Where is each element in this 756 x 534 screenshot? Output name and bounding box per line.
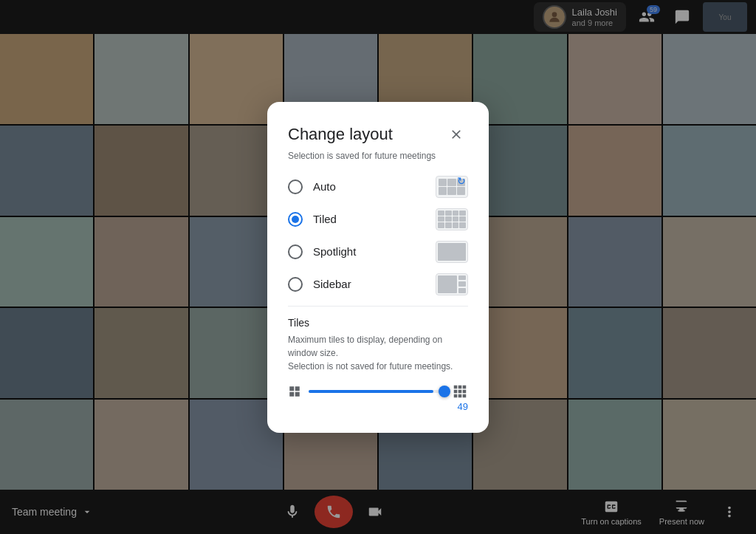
sidebar-layout-icon xyxy=(436,273,468,295)
tiles-slider-row xyxy=(288,383,468,400)
auto-layout-icon: ↻ xyxy=(436,176,468,198)
layout-option-tiled[interactable]: Tiled xyxy=(288,208,468,230)
tiles-count-value: 49 xyxy=(446,401,468,412)
tiles-title: Tiles xyxy=(288,317,468,329)
spotlight-layout-icon xyxy=(436,241,468,263)
slider-fill xyxy=(309,390,433,393)
layout-label-spotlight: Spotlight xyxy=(313,245,356,258)
grid-small-icon xyxy=(288,385,301,398)
overlay: Change layout Selection is saved for fut… xyxy=(0,0,756,534)
radio-auto xyxy=(288,179,303,194)
layout-option-sidebar-left: Sidebar xyxy=(288,277,351,292)
layout-option-spotlight-left: Spotlight xyxy=(288,244,356,259)
tiles-desc: Maximum tiles to display, depending on w… xyxy=(288,333,468,373)
refresh-arrow-icon: ↻ xyxy=(457,176,466,187)
radio-sidebar xyxy=(288,277,303,292)
close-button[interactable] xyxy=(444,123,468,146)
grid-large-icon xyxy=(452,383,468,400)
modal-title: Change layout xyxy=(288,125,393,144)
modal-header: Change layout xyxy=(288,123,468,146)
slider-thumb xyxy=(439,386,450,397)
layout-option-sidebar[interactable]: Sidebar xyxy=(288,273,468,295)
layout-option-spotlight[interactable]: Spotlight xyxy=(288,241,468,263)
layout-option-auto[interactable]: Auto ↻ xyxy=(288,176,468,198)
tiled-layout-icon xyxy=(436,208,468,230)
change-layout-modal: Change layout Selection is saved for fut… xyxy=(267,102,489,433)
section-divider xyxy=(288,306,468,307)
layout-label-auto: Auto xyxy=(313,180,336,193)
radio-tiled-inner xyxy=(292,216,299,223)
modal-subtitle: Selection is saved for future meetings xyxy=(288,151,468,161)
radio-spotlight xyxy=(288,244,303,259)
slider-value-row: 49 xyxy=(288,401,468,412)
sidebar-icon-visual xyxy=(438,275,466,293)
layout-option-tiled-left: Tiled xyxy=(288,212,337,227)
tiles-slider[interactable] xyxy=(309,384,444,399)
layout-option-auto-left: Auto xyxy=(288,179,336,194)
slider-track xyxy=(309,390,444,393)
layout-label-sidebar: Sidebar xyxy=(313,278,351,290)
spotlight-icon-visual xyxy=(438,243,466,261)
radio-tiled xyxy=(288,212,303,227)
close-icon xyxy=(449,127,464,142)
tiled-icon-grid xyxy=(438,210,466,228)
layout-label-tiled: Tiled xyxy=(313,213,337,225)
